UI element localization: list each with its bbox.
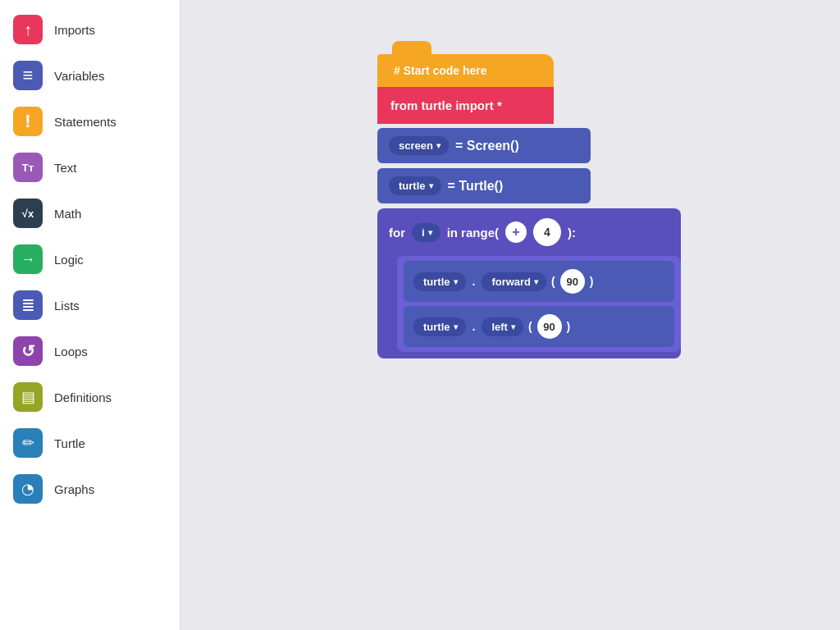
lists-icon: ≣ — [13, 290, 43, 320]
graphs-icon: ◔ — [13, 474, 43, 504]
sidebar-label-statements: Statements — [54, 115, 116, 129]
sidebar-item-turtle[interactable]: ✏Turtle — [0, 420, 180, 466]
for-keyword: for — [389, 226, 405, 240]
for-loop-block[interactable]: for i ▾ in range( + 4 ): turtle ▾ — [377, 208, 681, 358]
imports-icon: ↑ — [13, 15, 43, 44]
sidebar-label-text: Text — [54, 161, 77, 175]
screen-var-pill[interactable]: screen ▾ — [389, 136, 449, 155]
sidebar-label-graphs: Graphs — [54, 482, 94, 496]
canvas: # Start code here from turtle import * s… — [180, 0, 840, 630]
method1-name-pill[interactable]: forward ▾ — [482, 272, 546, 291]
method1-obj-arrow[interactable]: ▾ — [454, 277, 458, 286]
sidebar-item-math[interactable]: √xMath — [0, 190, 180, 236]
sidebar-item-graphs[interactable]: ◔Graphs — [0, 466, 180, 512]
method2-name: left — [491, 321, 508, 333]
sidebar-item-imports[interactable]: ↑Imports — [0, 7, 180, 52]
sidebar-item-text[interactable]: TтText — [0, 144, 180, 190]
for-colon: ): — [568, 226, 576, 240]
assign2-val: = Turtle() — [448, 179, 504, 194]
for-var-label: i — [422, 226, 425, 239]
definitions-icon: ▤ — [13, 382, 43, 412]
method2-open: ( — [528, 320, 532, 333]
sidebar-item-statements[interactable]: !Statements — [0, 98, 180, 144]
sidebar: ↑Imports≡Variables!StatementsTтText√xMat… — [0, 0, 180, 630]
import-block[interactable]: from turtle import * — [377, 87, 554, 124]
turtle-icon: ✏ — [13, 428, 43, 458]
assign-turtle-block[interactable]: turtle ▾ = Turtle() — [377, 168, 591, 203]
for-header: for i ▾ in range( + 4 ): — [377, 208, 681, 256]
sidebar-label-lists: Lists — [54, 299, 80, 313]
method2-obj: turtle — [423, 321, 450, 333]
for-in-text: in range( — [447, 226, 499, 240]
screen-dropdown-arrow[interactable]: ▾ — [436, 141, 441, 150]
sidebar-label-variables: Variables — [54, 69, 104, 83]
method2-name-arrow[interactable]: ▾ — [511, 322, 515, 331]
method2-name-pill[interactable]: left ▾ — [482, 317, 523, 336]
method1-obj-pill[interactable]: turtle ▾ — [413, 272, 466, 291]
math-icon: √x — [13, 199, 43, 228]
method1-val-pill[interactable]: 90 — [560, 269, 585, 294]
method1-open: ( — [551, 275, 555, 288]
statements-icon: ! — [13, 107, 43, 136]
assign-screen-block[interactable]: screen ▾ = Screen() — [377, 128, 591, 163]
sidebar-label-math: Math — [54, 207, 81, 221]
hat-body: # Start code here — [377, 54, 554, 87]
sidebar-label-loops: Loops — [54, 345, 88, 358]
method1-obj: turtle — [423, 276, 450, 288]
logic-icon: → — [13, 244, 43, 274]
sidebar-item-loops[interactable]: ↺Loops — [0, 328, 180, 374]
turtle-var-pill[interactable]: turtle ▾ — [389, 176, 441, 195]
sidebar-item-logic[interactable]: →Logic — [0, 236, 180, 282]
method1-dot: . — [472, 275, 476, 288]
sidebar-item-lists[interactable]: ≣Lists — [0, 282, 180, 328]
method1-close: ) — [590, 275, 594, 288]
for-var-arrow[interactable]: ▾ — [428, 228, 432, 237]
sidebar-label-logic: Logic — [54, 253, 84, 267]
sidebar-label-imports: Imports — [54, 23, 95, 37]
method2-obj-arrow[interactable]: ▾ — [454, 322, 458, 331]
text-icon: Tт — [13, 153, 43, 182]
for-body: turtle ▾ . forward ▾ ( 90 ) — [397, 256, 681, 352]
for-var-pill[interactable]: i ▾ — [412, 223, 441, 242]
method1-name-arrow[interactable]: ▾ — [534, 277, 538, 286]
sidebar-item-definitions[interactable]: ▤Definitions — [0, 374, 180, 420]
hat-notch — [392, 41, 431, 54]
sidebar-label-definitions: Definitions — [54, 390, 112, 404]
sidebar-label-turtle: Turtle — [54, 436, 85, 450]
screen-var-label: screen — [399, 139, 433, 152]
method2-obj-pill[interactable]: turtle ▾ — [413, 317, 466, 336]
sidebar-item-variables[interactable]: ≡Variables — [0, 52, 180, 98]
blocks-area: # Start code here from turtle import * s… — [377, 41, 681, 358]
method2-dot: . — [472, 320, 476, 333]
for-plus-button[interactable]: + — [505, 221, 527, 243]
method2-val-pill[interactable]: 90 — [537, 314, 562, 339]
method2-close: ) — [567, 320, 571, 333]
hat-block[interactable]: # Start code here — [377, 41, 681, 87]
method-forward-block[interactable]: turtle ▾ . forward ▾ ( 90 ) — [404, 261, 674, 302]
loops-icon: ↺ — [13, 336, 43, 366]
hat-text: # Start code here — [394, 64, 487, 77]
for-range-val[interactable]: 4 — [533, 218, 561, 246]
import-text: from turtle import * — [390, 98, 502, 112]
variables-icon: ≡ — [13, 61, 43, 90]
turtle-var-label: turtle — [399, 180, 426, 192]
assign1-val: = Screen() — [455, 139, 519, 153]
turtle-dropdown-arrow[interactable]: ▾ — [429, 181, 433, 190]
method-left-block[interactable]: turtle ▾ . left ▾ ( 90 ) — [404, 306, 674, 347]
method1-name: forward — [491, 276, 531, 288]
